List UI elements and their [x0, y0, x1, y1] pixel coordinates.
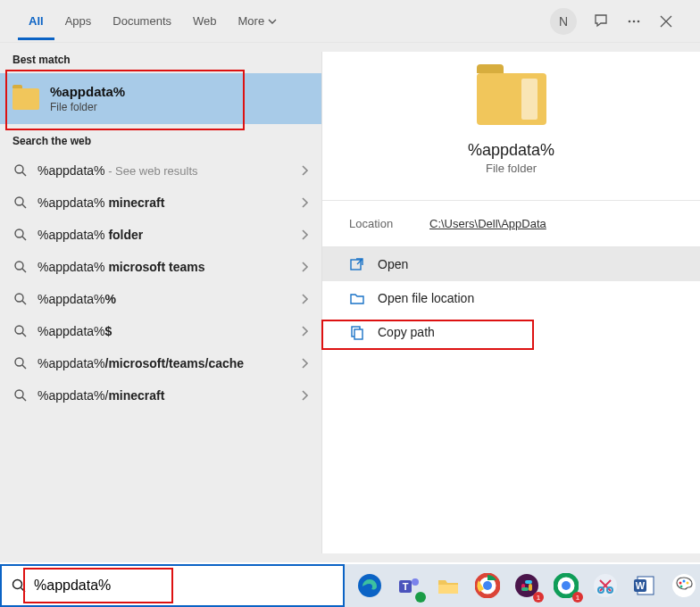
results-list: Best match %appdata% File folder Search …: [0, 43, 321, 562]
search-input[interactable]: [34, 566, 343, 605]
svg-point-7: [15, 229, 23, 237]
taskbar-app-paint[interactable]: [668, 570, 700, 602]
action-open[interactable]: Open: [322, 247, 700, 281]
chevron-right-icon: [300, 325, 309, 337]
location-label: Location: [349, 217, 429, 230]
tab-more[interactable]: More: [228, 2, 288, 40]
taskbar-app-file-explorer[interactable]: [432, 570, 464, 602]
svg-point-0: [629, 20, 631, 22]
location-row: Location C:\Users\Dell\AppData: [322, 200, 700, 247]
web-suggestion[interactable]: %appdata% - See web results: [0, 154, 321, 187]
web-suggestion[interactable]: %appdata%$: [0, 315, 321, 347]
action-open-file-location[interactable]: Open file location: [322, 281, 700, 315]
search-icon: [12, 163, 29, 178]
web-suggestion[interactable]: %appdata%/minecraft: [0, 379, 321, 412]
svg-rect-35: [529, 584, 532, 591]
taskbar-search[interactable]: [0, 564, 345, 607]
svg-point-31: [483, 581, 492, 590]
details-subtitle: File folder: [486, 162, 537, 175]
copy-icon: [349, 324, 365, 340]
svg-point-24: [358, 574, 381, 597]
windows-taskbar: T11W: [0, 564, 700, 607]
svg-point-48: [683, 580, 686, 583]
svg-point-27: [412, 578, 419, 586]
suggestion-text: %appdata%%: [38, 292, 300, 306]
svg-line-18: [22, 397, 26, 401]
svg-rect-19: [351, 260, 361, 270]
svg-point-13: [15, 326, 23, 334]
svg-line-6: [22, 204, 26, 208]
best-match-subtitle: File folder: [50, 101, 125, 113]
taskbar-app-word[interactable]: W: [629, 570, 661, 602]
svg-text:T: T: [403, 581, 409, 592]
chevron-down-icon: [268, 17, 277, 26]
chevron-right-icon: [300, 293, 309, 305]
svg-text:W: W: [636, 580, 646, 591]
more-options-icon[interactable]: [621, 9, 646, 34]
search-icon: [12, 324, 29, 338]
search-filter-tabs: All Apps Documents Web More N: [0, 0, 700, 43]
svg-point-2: [638, 20, 640, 22]
chevron-right-icon: [300, 261, 309, 273]
svg-rect-36: [521, 587, 529, 591]
svg-point-3: [15, 165, 23, 173]
suggestion-text: %appdata%$: [38, 324, 300, 338]
search-icon: [12, 260, 29, 274]
taskbar-app-slack[interactable]: 1: [511, 570, 543, 602]
taskbar-app-teams[interactable]: T: [393, 570, 425, 602]
svg-line-23: [21, 588, 26, 593]
svg-point-1: [633, 20, 636, 22]
svg-point-5: [15, 197, 23, 205]
action-copy-path[interactable]: Copy path: [322, 315, 700, 349]
svg-rect-21: [354, 329, 362, 339]
taskbar-app-chrome[interactable]: [471, 570, 504, 602]
chevron-right-icon: [300, 357, 309, 370]
tab-all[interactable]: All: [18, 2, 54, 40]
search-icon: [12, 292, 29, 306]
search-icon: [12, 356, 29, 370]
suggestion-text: %appdata%/minecraft: [38, 388, 300, 403]
user-avatar[interactable]: N: [550, 8, 577, 35]
taskbar-app-snip[interactable]: [589, 570, 621, 602]
action-label: Copy path: [378, 325, 435, 339]
svg-point-22: [13, 580, 22, 589]
suggestion-text: %appdata% microsoft teams: [38, 260, 300, 274]
taskbar-pinned-apps: T11W: [345, 570, 700, 602]
web-suggestion[interactable]: %appdata% minecraft: [0, 187, 321, 219]
tab-documents[interactable]: Documents: [102, 2, 182, 40]
suggestion-text: %appdata% minecraft: [38, 195, 300, 210]
taskbar-app-edge[interactable]: [354, 570, 386, 602]
best-match-result[interactable]: %appdata% File folder: [0, 73, 321, 124]
svg-point-47: [679, 582, 682, 585]
svg-line-16: [22, 365, 26, 369]
close-icon[interactable]: [654, 9, 679, 34]
svg-line-8: [22, 237, 26, 240]
result-details-panel: %appdata% File folder Location C:\Users\…: [321, 52, 700, 553]
svg-line-14: [22, 333, 26, 337]
section-best-match-label: Best match: [0, 43, 321, 73]
tab-apps[interactable]: Apps: [54, 2, 103, 40]
open-icon: [349, 256, 365, 272]
svg-point-39: [562, 581, 571, 590]
actions-list: OpenOpen file locationCopy path: [322, 247, 700, 349]
svg-line-4: [22, 172, 26, 176]
chevron-right-icon: [300, 389, 309, 402]
tab-web[interactable]: Web: [182, 2, 228, 40]
folder-open-icon: [349, 290, 365, 306]
action-label: Open file location: [378, 291, 474, 305]
web-suggestion[interactable]: %appdata% microsoft teams: [0, 251, 321, 283]
search-results-panel: Best match %appdata% File folder Search …: [0, 43, 700, 562]
web-suggestion[interactable]: %appdata%%: [0, 283, 321, 315]
location-value-link[interactable]: C:\Users\Dell\AppData: [429, 217, 546, 230]
svg-line-10: [22, 269, 26, 272]
taskbar-app-chrome-alt[interactable]: 1: [550, 570, 582, 602]
svg-point-11: [15, 294, 23, 302]
svg-point-9: [15, 262, 23, 270]
suggestion-text: %appdata%/microsoft/teams/cache: [38, 356, 300, 370]
web-suggestion[interactable]: %appdata%/microsoft/teams/cache: [0, 347, 321, 379]
svg-point-17: [15, 390, 23, 398]
feedback-icon[interactable]: [589, 9, 614, 34]
web-suggestion[interactable]: %appdata% folder: [0, 219, 321, 251]
tab-more-label: More: [238, 14, 265, 28]
chevron-right-icon: [300, 229, 309, 241]
